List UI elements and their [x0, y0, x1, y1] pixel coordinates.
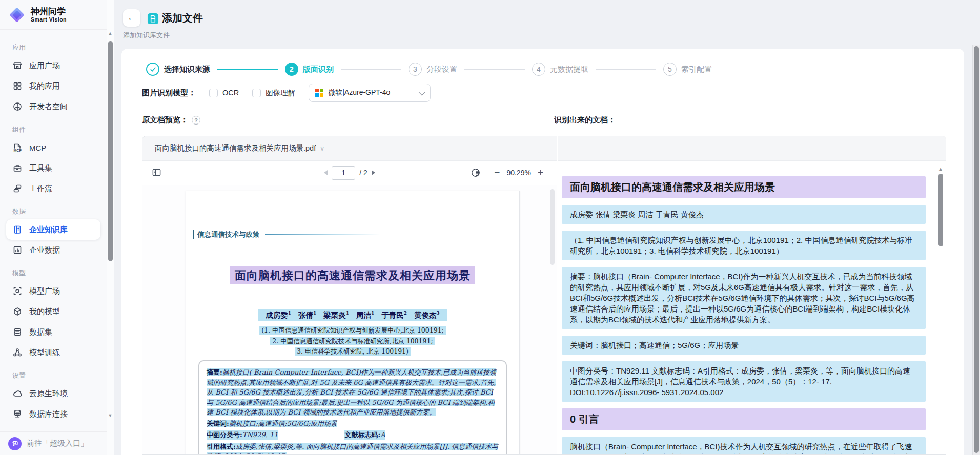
- file-chevron-icon[interactable]: ∨: [320, 145, 324, 152]
- sidebar-nav: 应用 应用广场 我的应用 开发者空间 组件 MCP MCP 工具集 工作流 数据: [0, 30, 107, 424]
- db-connection-icon: [12, 409, 23, 419]
- sidebar-item-label: 模型广场: [29, 286, 60, 296]
- cloud-icon: [12, 388, 23, 399]
- nav-group-models: 模型: [12, 268, 94, 278]
- sidebar-item-label: 云原生环境: [29, 389, 68, 399]
- step-label: 版面识别: [303, 65, 334, 74]
- scroll-down-icon[interactable]: ▼: [108, 413, 113, 418]
- step-number: 2: [285, 63, 298, 76]
- sidebar-item-mcp[interactable]: MCP MCP: [6, 137, 100, 158]
- recognized-scrollbar-thumb[interactable]: [938, 174, 943, 246]
- model-select[interactable]: 微软|Azure-GPT-4o: [309, 84, 431, 102]
- step-label: 分段设置: [426, 65, 457, 74]
- step-check-icon: [146, 63, 159, 76]
- journal-header: 信息通信技术与政策: [193, 230, 509, 239]
- sidebar-item-my-apps[interactable]: 我的应用: [6, 76, 100, 96]
- sidebar-item-label: 企业知识库: [29, 225, 68, 235]
- zoom-in-button[interactable]: +: [538, 168, 543, 177]
- super-entry-label: 前往「超级入口」: [27, 439, 88, 448]
- step-select-source[interactable]: 选择知识来源: [146, 63, 210, 76]
- recognized-text-block[interactable]: 成房委 张倩 梁栗炎 周洁 于青民 黄俊杰: [562, 205, 926, 224]
- pdf-abstract-box: 摘要:脑机接口( Brain-Computer Interface, BCI)作…: [198, 360, 507, 455]
- recognized-text-block[interactable]: 中图分类号：TN929.11 文献标志码：A引用格式：成房委，张倩，梁栗炎，等，…: [562, 361, 926, 402]
- scroll-up-icon[interactable]: ▲: [108, 31, 113, 36]
- chevron-down-icon: [419, 89, 426, 96]
- sidebar-item-datasets[interactable]: 数据集: [6, 322, 100, 342]
- super-entry-icon: [8, 437, 22, 450]
- grid-icon: [12, 81, 23, 91]
- cube-icon: [12, 306, 23, 317]
- app-name: 神州问学: [31, 7, 67, 16]
- sidebar-item-model-market[interactable]: 模型广场: [6, 281, 100, 301]
- page-title: 添加文件: [162, 11, 203, 25]
- sidebar-scrollbar-thumb[interactable]: [108, 41, 113, 261]
- sidebar-item-enterprise-data[interactable]: 企业数据: [6, 240, 100, 260]
- sidebar-item-cloud-native[interactable]: 云原生环境: [6, 383, 100, 404]
- toolbar-divider: [487, 168, 487, 177]
- image-model-label: 图片识别模型：: [142, 88, 196, 98]
- step-metadata-extraction[interactable]: 4 元数据提取: [532, 63, 588, 76]
- recognized-panel-header: [558, 136, 946, 161]
- sidebar-item-label: 企业数据: [29, 245, 60, 255]
- sidebar-item-app-market[interactable]: 应用广场: [6, 55, 100, 76]
- database-icon: [12, 327, 23, 337]
- recognized-text-block[interactable]: 关键词：脑机接口；高速通信；5G/6G；应用场景: [562, 336, 926, 355]
- recognized-heading-block[interactable]: 0 引言: [562, 408, 926, 430]
- recognized-text-block[interactable]: 摘要：脑机接口（Brain- Computer Interface，BCI)作为…: [562, 267, 926, 329]
- journal-header-rule: [265, 234, 380, 235]
- step-number: 4: [532, 63, 545, 76]
- recognized-text-block[interactable]: （1. 中国信息通信研究院知识产权与创新发展中心，北京100191；2. 中国信…: [562, 231, 926, 260]
- help-icon[interactable]: ?: [192, 116, 200, 125]
- step-segmentation[interactable]: 3 分段设置: [409, 63, 457, 76]
- sidebar-item-label: 工具集: [29, 163, 52, 173]
- step-connector: [217, 69, 278, 70]
- recognized-text-block[interactable]: 脑机接口（Brain- Computer Interface，BCI)技术作为人…: [562, 437, 926, 454]
- recognized-doc-panel: 面向脑机接口的高速通信需求及相关应用场景 成房委 张倩 梁栗炎 周洁 于青民 黄…: [558, 136, 946, 454]
- sidebar: 神州问学 Smart Vision 应用 应用广场 我的应用 开发者空间 组件 …: [0, 0, 107, 455]
- dev-space-icon: [12, 101, 23, 112]
- recognized-content[interactable]: 面向脑机接口的高速通信需求及相关应用场景 成房委 张倩 梁栗炎 周洁 于青民 黄…: [558, 161, 946, 454]
- sidebar-scrollbar[interactable]: ▲ ▼: [107, 0, 114, 455]
- recognized-heading-block[interactable]: 面向脑机接口的高速通信需求及相关应用场景: [562, 176, 926, 198]
- content-card: 选择知识来源 2 版面识别 3 分段设置 4 元数据提取 5 索引配置: [121, 49, 964, 455]
- pdf-affiliations: (1. 中国信息通信研究院知识产权与创新发展中心,北京 100191; 2. 中…: [186, 325, 519, 357]
- window-scrollbar[interactable]: [972, 45, 980, 455]
- sidebar-item-model-training[interactable]: 模型训练: [6, 342, 100, 363]
- sidebar-item-enterprise-kb[interactable]: 企业知识库: [6, 219, 100, 240]
- sidebar-item-label: MCP: [29, 143, 46, 152]
- back-button[interactable]: ←: [123, 9, 140, 27]
- sidebar-item-toolset[interactable]: 工具集: [6, 158, 100, 178]
- step-label: 索引配置: [681, 65, 712, 74]
- model-plaza-icon: [12, 286, 23, 296]
- pdf-canvas-area[interactable]: 信息通信技术与政策 面向脑机接口的高速通信需求及相关应用场景 成房委1张倩1梁栗…: [142, 185, 557, 454]
- color-mode-icon[interactable]: [471, 168, 480, 177]
- bar-chart-icon: [12, 245, 23, 255]
- toolbox-icon: [12, 163, 23, 173]
- sidebar-item-db-connection[interactable]: 数据库连接: [6, 404, 100, 424]
- next-page-icon[interactable]: [372, 170, 375, 175]
- prev-page-icon[interactable]: [324, 170, 328, 175]
- page-input[interactable]: [332, 166, 355, 180]
- sidebar-item-my-models[interactable]: 我的模型: [6, 301, 100, 322]
- pdf-article-title: 面向脑机接口的高速通信需求及相关应用场景: [186, 268, 519, 283]
- svg-text:MCP: MCP: [14, 149, 22, 152]
- zoom-out-button[interactable]: −: [494, 168, 500, 177]
- pdf-scrollbar-thumb[interactable]: [550, 189, 555, 265]
- step-layout-recognition[interactable]: 2 版面识别: [285, 63, 334, 76]
- image-understanding-checkbox[interactable]: 图像理解: [252, 88, 295, 98]
- sidebar-item-developer-space[interactable]: 开发者空间: [6, 96, 100, 117]
- super-entry-link[interactable]: 前往「超级入口」: [0, 431, 107, 455]
- window-scrollbar-thumb[interactable]: [974, 46, 979, 453]
- workflow-icon: [12, 183, 23, 194]
- checkbox-icon[interactable]: [209, 89, 218, 97]
- preview-label-text: 原文档预览：: [142, 115, 188, 125]
- step-index-config[interactable]: 5 索引配置: [663, 63, 712, 76]
- checkbox-icon[interactable]: [252, 89, 261, 97]
- sidebar-item-workflow[interactable]: 工作流: [6, 178, 100, 199]
- sidebar-item-label: 我的应用: [29, 81, 60, 91]
- ocr-checkbox[interactable]: OCR: [209, 89, 239, 97]
- scroll-up-icon[interactable]: ▲: [938, 166, 943, 172]
- add-file-icon: [147, 13, 159, 25]
- journal-name: 信息通信技术与政策: [193, 230, 260, 239]
- image-model-row: 图片识别模型： OCR 图像理解 微软|Azure-GPT-4o: [142, 84, 431, 102]
